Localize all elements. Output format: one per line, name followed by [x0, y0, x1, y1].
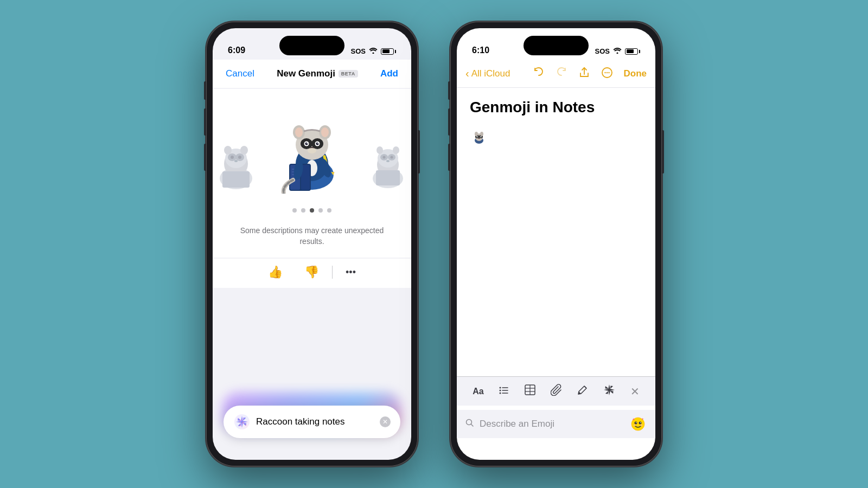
svg-point-8: [234, 160, 238, 162]
emoji-option-right[interactable]: [361, 132, 411, 192]
dynamic-island-left: [279, 36, 344, 55]
beta-badge: BETA: [339, 70, 358, 78]
emoji-search-bar: Describe an Emoji ✦ ✦ ✦ ✦: [457, 410, 655, 438]
svg-point-24: [305, 142, 308, 145]
svg-point-53: [617, 53, 618, 54]
svg-point-66: [478, 138, 480, 139]
svg-point-70: [499, 389, 501, 391]
svg-line-82: [471, 424, 473, 426]
notes-toolbar: Aa: [457, 376, 655, 406]
sos-right: SOS: [595, 47, 610, 55]
emoji-search-placeholder[interactable]: Describe an Emoji: [480, 419, 624, 429]
thumbs-down-button[interactable]: 👎: [293, 265, 330, 279]
chevron-left-icon: ‹: [465, 67, 469, 80]
svg-line-79: [584, 386, 586, 388]
svg-point-52: [240, 420, 244, 423]
svg-point-17: [295, 127, 303, 137]
genmoji-button[interactable]: [603, 383, 616, 400]
attach-button[interactable]: [551, 384, 563, 399]
svg-point-68: [480, 132, 483, 136]
wifi-icon-right: [613, 47, 622, 55]
emoji-option-left[interactable]: [213, 132, 263, 192]
feedback-divider: [332, 266, 333, 279]
warning-text: Some descriptions may create unexpected …: [213, 226, 411, 258]
emoji-option-center[interactable]: [274, 111, 350, 192]
redo-button[interactable]: [556, 66, 567, 81]
svg-point-47: [386, 160, 390, 162]
raccoon-genmoji: [470, 129, 488, 147]
genmoji-input[interactable]: Raccoon taking notes ✕: [224, 406, 400, 438]
sos-left: SOS: [351, 47, 366, 55]
svg-text:✦: ✦: [641, 418, 644, 421]
list-button[interactable]: [498, 384, 510, 399]
svg-point-55: [604, 72, 605, 73]
power-button[interactable]: [418, 130, 420, 174]
share-button[interactable]: [578, 67, 590, 81]
dot-1[interactable]: [292, 208, 297, 213]
input-text-value: Raccoon taking notes: [256, 416, 380, 427]
right-screen: 6:10 SOS: [457, 28, 655, 460]
emoji-carousel: [213, 89, 411, 208]
notes-title: Genmoji in Notes: [470, 99, 642, 116]
time-right: 6:10: [472, 46, 489, 55]
svg-point-57: [608, 72, 609, 73]
status-right-left: SOS: [351, 47, 396, 55]
search-icon: [465, 419, 474, 429]
svg-point-29: [308, 148, 316, 153]
close-toolbar-button[interactable]: ✕: [630, 385, 640, 398]
dot-4[interactable]: [318, 208, 323, 213]
mute-switch[interactable]: [204, 81, 206, 100]
right-phone: 6:10 SOS: [450, 22, 662, 466]
feedback-bar: 👍 👎 •••: [213, 259, 411, 288]
svg-point-80: [608, 388, 611, 391]
svg-point-48: [376, 146, 383, 154]
svg-rect-50: [376, 170, 400, 185]
dot-5[interactable]: [327, 208, 331, 213]
font-button[interactable]: Aa: [473, 387, 483, 396]
sparkle-icon: [233, 413, 251, 431]
wifi-icon-left: [369, 47, 378, 55]
svg-point-0: [373, 53, 374, 54]
left-phone: 6:09 SOS: [206, 22, 418, 466]
more-options-button[interactable]: •••: [335, 267, 367, 278]
svg-point-45: [383, 156, 386, 159]
pencil-button[interactable]: [577, 384, 589, 399]
svg-point-19: [321, 127, 329, 137]
volume-up-button[interactable]: [204, 108, 206, 136]
svg-point-46: [391, 156, 393, 159]
svg-point-7: [238, 156, 241, 159]
done-button[interactable]: Done: [624, 68, 647, 79]
back-label: All iCloud: [471, 68, 510, 79]
volume-down-right[interactable]: [448, 144, 450, 171]
table-button[interactable]: [524, 384, 536, 399]
svg-rect-11: [222, 171, 250, 188]
svg-point-10: [240, 146, 248, 155]
svg-point-90: [634, 425, 636, 426]
dot-3[interactable]: [310, 208, 314, 213]
volume-down-button[interactable]: [204, 144, 206, 171]
power-button-right[interactable]: [662, 130, 664, 174]
input-clear-button[interactable]: ✕: [380, 416, 391, 427]
time-left: 6:09: [228, 46, 245, 55]
back-button[interactable]: ‹ All iCloud: [465, 67, 510, 80]
svg-text:✦: ✦: [632, 418, 635, 421]
left-screen: 6:09 SOS: [213, 28, 411, 460]
nav-title: New Genmoji BETA: [277, 68, 358, 79]
emoji-picker-button[interactable]: ✦ ✦ ✦ ✦: [629, 415, 647, 433]
mute-switch-right[interactable]: [448, 81, 450, 100]
more-button[interactable]: [601, 67, 613, 81]
volume-up-right[interactable]: [448, 108, 450, 136]
thumbs-up-button[interactable]: 👍: [257, 265, 293, 279]
add-button[interactable]: Add: [380, 68, 398, 79]
svg-point-6: [231, 156, 234, 159]
svg-point-65: [481, 136, 482, 137]
svg-point-25: [316, 142, 319, 145]
battery-right: [625, 48, 640, 55]
undo-button[interactable]: [533, 66, 545, 81]
cancel-button[interactable]: Cancel: [226, 68, 254, 79]
dot-2[interactable]: [301, 208, 305, 213]
notes-content: Genmoji in Notes: [457, 88, 655, 158]
svg-point-91: [640, 425, 643, 426]
svg-point-27: [317, 143, 318, 144]
genmoji-nav: Cancel New Genmoji BETA Add: [213, 60, 411, 88]
